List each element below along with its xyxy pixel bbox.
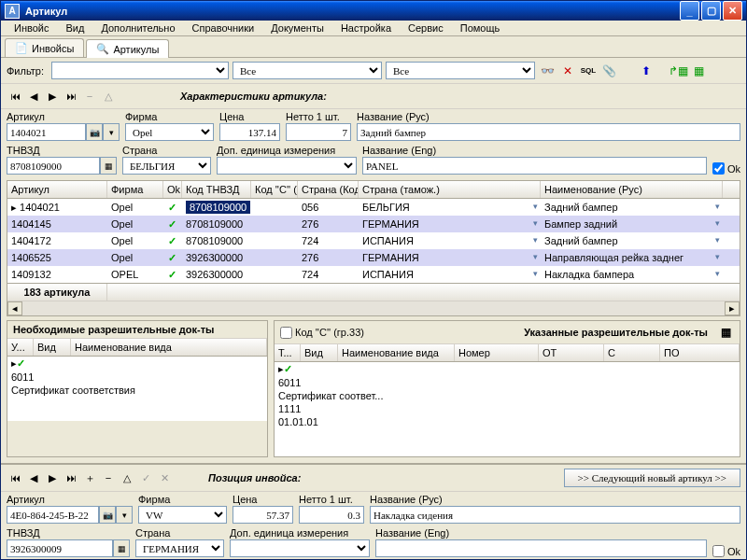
table-row[interactable]: ▸ 6011 Сертификат соответ... 1111 01.01.… bbox=[275, 362, 740, 432]
dop-select[interactable] bbox=[217, 157, 357, 175]
inv-ok-checkbox[interactable] bbox=[712, 545, 725, 557]
naz-eng-input[interactable] bbox=[362, 157, 707, 175]
maximize-button[interactable]: ▢ bbox=[701, 1, 721, 21]
col-u[interactable]: У... bbox=[7, 339, 34, 356]
inv-tsena-label: Цена bbox=[233, 494, 293, 505]
ok-checkbox[interactable] bbox=[712, 162, 725, 175]
excel-icon[interactable]: ↱▦ bbox=[669, 63, 686, 79]
col-name-r[interactable]: Наименование вида bbox=[338, 344, 455, 361]
close-button[interactable]: ✕ bbox=[723, 1, 742, 21]
kod-c-checkbox[interactable] bbox=[280, 327, 292, 339]
grid-col-6[interactable]: Страна (тамож.) bbox=[359, 181, 541, 198]
camera-icon[interactable]: 📷 bbox=[86, 123, 103, 141]
menu-view[interactable]: Вид bbox=[58, 21, 92, 35]
inv-grid-icon[interactable]: ▦ bbox=[113, 539, 130, 557]
binoculars-icon[interactable]: 👓 bbox=[539, 63, 556, 79]
scroll-left-icon[interactable]: ◂ bbox=[7, 301, 22, 315]
grid-icon-right[interactable]: ▦ bbox=[717, 324, 734, 341]
tsena-input[interactable] bbox=[219, 123, 280, 141]
netto-label: Нетто 1 шт. bbox=[286, 111, 351, 122]
scrollbar-h[interactable]: ◂▸ bbox=[7, 301, 740, 315]
strana-select[interactable]: БЕЛЬГИЯ bbox=[122, 157, 211, 175]
inv-del-icon[interactable]: − bbox=[100, 469, 117, 486]
menu-directories[interactable]: Справочники bbox=[185, 21, 262, 35]
tnvzd-input[interactable] bbox=[7, 157, 100, 175]
next-icon[interactable]: ▶ bbox=[44, 88, 61, 105]
inv-tsena-input[interactable] bbox=[233, 506, 293, 524]
delete-icon[interactable]: ✕ bbox=[559, 63, 576, 79]
inv-artikul-input[interactable] bbox=[7, 506, 99, 524]
scroll-right-icon[interactable]: ▸ bbox=[725, 301, 740, 315]
inv-first-icon[interactable]: ⏮ bbox=[7, 469, 23, 486]
attach-icon[interactable]: 📎 bbox=[600, 63, 617, 79]
grid-col-4[interactable]: Код ''С'' (г... bbox=[251, 181, 298, 198]
first-icon[interactable]: ⏮ bbox=[7, 88, 23, 105]
netto-input[interactable] bbox=[286, 123, 351, 141]
inv-strana-select[interactable]: ГЕРМАНИЯ bbox=[135, 539, 224, 557]
grid-col-1[interactable]: Фирма bbox=[107, 181, 163, 198]
filter-dd2[interactable]: Все bbox=[233, 62, 382, 79]
grid-col-3[interactable]: Код ТНВЗД bbox=[182, 181, 251, 198]
inv-naz-rus-input[interactable] bbox=[370, 506, 740, 524]
artikul-label: Артикул bbox=[7, 111, 120, 122]
table-row[interactable]: ▸ 6011 Сертификат соответствия bbox=[7, 357, 267, 397]
prev-icon[interactable]: ◀ bbox=[25, 88, 42, 105]
inv-tnvzd-input[interactable] bbox=[7, 539, 113, 557]
nav-toolbar: ⏮ ◀ ▶ ⏭ − △ Характеристики артикула: bbox=[1, 84, 746, 109]
filter-dd1[interactable] bbox=[51, 62, 229, 79]
naz-rus-input[interactable] bbox=[357, 123, 740, 141]
menu-documents[interactable]: Документы bbox=[263, 21, 331, 35]
col-vid-r[interactable]: Вид bbox=[301, 344, 338, 361]
grid-footer-count: 183 артикула bbox=[7, 284, 107, 301]
inv-next-icon[interactable]: ▶ bbox=[44, 469, 61, 486]
inv-dd-icon[interactable]: ▾ bbox=[116, 506, 133, 524]
last-icon[interactable]: ⏭ bbox=[63, 88, 79, 105]
col-ot[interactable]: ОТ bbox=[539, 344, 604, 361]
inv-firma-select[interactable]: VW bbox=[138, 506, 227, 524]
export-icon[interactable]: ▦ bbox=[690, 63, 707, 79]
table-row[interactable]: 1409132OPEL3926300000724ИСПАНИЯНакладка … bbox=[7, 266, 740, 283]
tab-articles[interactable]: 🔍Артикулы bbox=[86, 39, 169, 58]
dropdown-icon[interactable]: ▾ bbox=[103, 123, 120, 141]
sql-icon[interactable]: SQL bbox=[580, 63, 597, 79]
menu-additional[interactable]: Дополнительно bbox=[93, 21, 182, 35]
inv-commit-icon: ✓ bbox=[137, 469, 154, 486]
col-name-l[interactable]: Наименование вида bbox=[71, 339, 267, 356]
menu-help[interactable]: Помощь bbox=[453, 21, 508, 35]
table-row[interactable]: 1404145Opel8708109000276ГЕРМАНИЯБампер з… bbox=[7, 216, 740, 232]
inv-add-icon[interactable]: ＋ bbox=[81, 469, 98, 486]
inv-last-icon[interactable]: ⏭ bbox=[63, 469, 79, 486]
menu-invoice[interactable]: Инвойс bbox=[7, 21, 56, 35]
table-row[interactable]: 1404172Opel8708109000724ИСПАНИЯЗадний ба… bbox=[7, 232, 740, 249]
col-t[interactable]: Т... bbox=[275, 344, 301, 361]
invoice-position-title: Позиция инвойса: bbox=[208, 472, 301, 483]
menu-settings[interactable]: Настройка bbox=[333, 21, 399, 35]
grid-icon[interactable]: ▦ bbox=[100, 157, 117, 175]
col-vid-l[interactable]: Вид bbox=[34, 339, 71, 356]
grid-col-5[interactable]: Страна (Код) bbox=[298, 181, 359, 198]
required-docs-title: Необходимые разрешительные док-ты bbox=[13, 324, 215, 335]
grid-col-7[interactable]: Наименование (Рус) bbox=[541, 181, 723, 198]
grid-col-0[interactable]: Артикул bbox=[7, 181, 107, 198]
grid-col-2[interactable]: Ok bbox=[163, 181, 182, 198]
table-row[interactable]: ▸ 1404021Opel8708109000056БЕЛЬГИЯЗадний … bbox=[7, 199, 740, 216]
col-nomer[interactable]: Номер bbox=[455, 344, 539, 361]
filter-dd3[interactable]: Все bbox=[386, 62, 535, 79]
inv-cancel-icon: ✕ bbox=[156, 469, 173, 486]
inv-camera-icon[interactable]: 📷 bbox=[99, 506, 116, 524]
firma-select[interactable]: Opel bbox=[125, 123, 214, 141]
table-row[interactable]: 1406525Opel3926300000276ГЕРМАНИЯНаправля… bbox=[7, 249, 740, 266]
minimize-button[interactable]: _ bbox=[680, 1, 699, 21]
up-arrow-icon[interactable]: ⬆ bbox=[638, 63, 655, 79]
menu-service[interactable]: Сервис bbox=[401, 21, 451, 35]
inv-dop-select[interactable] bbox=[230, 539, 370, 557]
artikul-input[interactable] bbox=[7, 123, 86, 141]
inv-naz-eng-input[interactable] bbox=[375, 539, 707, 557]
inv-netto-input[interactable] bbox=[299, 506, 364, 524]
next-article-button[interactable]: >> Следующий новый артикул >> bbox=[564, 469, 740, 487]
inv-prev-icon[interactable]: ◀ bbox=[25, 469, 42, 486]
col-po[interactable]: ПО bbox=[660, 344, 740, 361]
col-s[interactable]: С bbox=[604, 344, 660, 361]
tab-invoices[interactable]: 📄Инвойсы bbox=[5, 38, 84, 57]
inv-edit-icon[interactable]: △ bbox=[119, 469, 135, 486]
